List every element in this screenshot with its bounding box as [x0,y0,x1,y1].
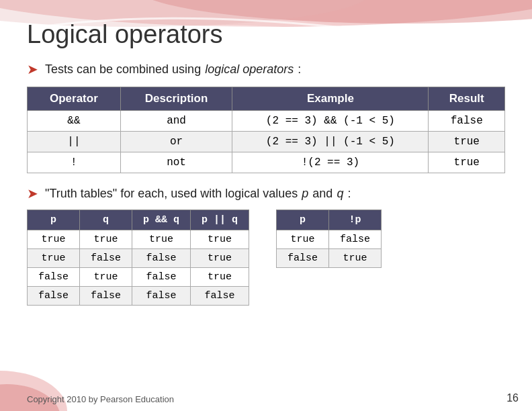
truth-table-pq: p q p && q p || q truetruetruetruetruefa… [27,210,249,306]
operators-table: Operator Description Example Result &&an… [27,87,505,173]
list-item: false [132,249,191,268]
not-header-p: p [277,210,329,230]
operators-cell-example: (2 == 3) || (-1 < 5) [232,132,429,152]
operators-cell-operator: || [28,132,121,152]
subtitle-text-prefix: Tests can be combined using [45,62,201,77]
operators-cell-operator: && [28,111,121,132]
table-row: falsetruefalsetrue [28,268,249,287]
truth-table-not: p !p truefalsefalsetrue [276,210,382,268]
operators-cell-description: not [120,152,232,173]
list-item: false [132,268,191,287]
pq-header-q: q [80,210,132,230]
truth-q-italic: q [337,187,343,201]
list-item: true [28,230,80,249]
list-item: true [80,230,132,249]
truth-suffix-text: : [347,187,351,201]
col-header-operator: Operator [28,87,121,111]
bullet-icon: ➤ [27,61,38,77]
list-item: true [80,268,132,287]
table-row: truetruetruetrue [28,230,249,249]
truth-text-prefix: "Truth tables" for each, used with logic… [45,187,298,201]
page-number: 16 [506,392,519,404]
operators-cell-description: and [120,111,232,132]
operators-cell-result: true [429,132,505,152]
operators-cell-description: or [120,132,232,152]
truth-tables-container: p q p && q p || q truetruetruetruetruefa… [27,210,505,306]
col-header-result: Result [429,87,505,111]
table-row: truefalse [277,230,382,249]
subtitle-italic: logical operators [205,62,294,77]
operators-row: &&and(2 == 3) && (-1 < 5)false [28,111,505,132]
truth-section: ➤ "Truth tables" for each, used with log… [27,185,505,306]
col-header-example: Example [232,87,429,111]
list-item: false [329,230,382,249]
operators-row: !not!(2 == 3)true [28,152,505,173]
pq-header-p: p [28,210,80,230]
list-item: false [132,287,191,306]
list-item: true [191,268,249,287]
operators-row: ||or(2 == 3) || (-1 < 5)true [28,132,505,152]
table-row: falsetrue [277,249,382,268]
table-row: truefalsefalsetrue [28,249,249,268]
operators-cell-example: (2 == 3) && (-1 < 5) [232,111,429,132]
table-row: falsefalsefalsefalse [28,287,249,306]
list-item: true [191,249,249,268]
truth-bullet-icon: ➤ [27,185,38,201]
list-item: false [191,287,249,306]
list-item: true [132,230,191,249]
operators-subtitle: ➤ Tests can be combined using logical op… [27,61,505,77]
operators-cell-example: !(2 == 3) [232,152,429,173]
list-item: true [329,249,382,268]
list-item: true [191,230,249,249]
list-item: false [277,249,329,268]
footer-copyright: Copyright 2010 by Pearson Education [27,394,174,404]
not-header-notp: !p [329,210,382,230]
truth-p-italic: p [302,187,308,201]
list-item: false [80,287,132,306]
subtitle-text-suffix: : [298,62,301,77]
truth-and-text: and [312,187,332,201]
operators-cell-result: true [429,152,505,173]
pq-header-and: p && q [132,210,191,230]
operators-cell-result: false [429,111,505,132]
col-header-description: Description [120,87,232,111]
operators-cell-operator: ! [28,152,121,173]
page-title: Logical operators [27,20,505,49]
list-item: false [80,249,132,268]
list-item: false [28,268,80,287]
list-item: true [28,249,80,268]
pq-header-or: p || q [191,210,249,230]
list-item: true [277,230,329,249]
truth-subtitle: ➤ "Truth tables" for each, used with log… [27,185,505,201]
list-item: false [28,287,80,306]
